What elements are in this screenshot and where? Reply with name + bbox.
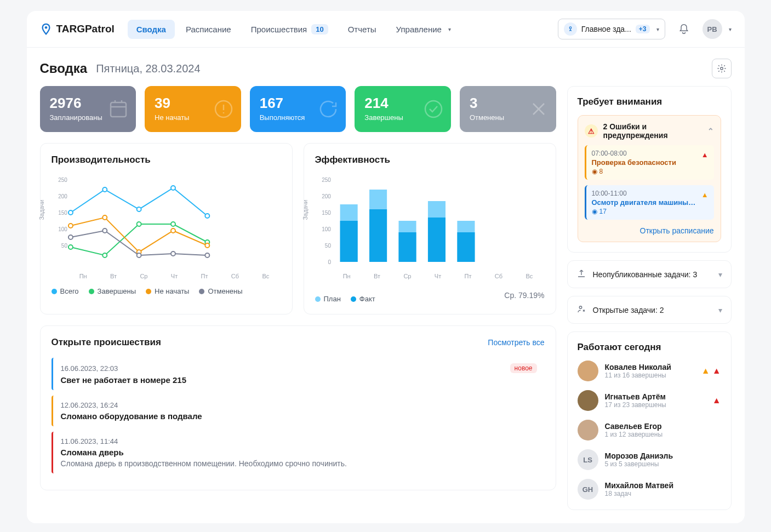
chevron-up-icon: ⌃ xyxy=(707,127,714,135)
warning-icon: ▲ xyxy=(701,151,709,159)
person-stat: 1 из 12 завершены xyxy=(605,431,715,438)
effectiveness-chart: 050100150200250 xyxy=(315,174,545,267)
y-axis-label: Задачи xyxy=(38,200,45,220)
notifications-button[interactable] xyxy=(674,19,694,39)
nav-incidents-badge: 10 xyxy=(311,24,328,35)
stat-card[interactable]: 214 Завершены xyxy=(355,86,451,132)
stat-icon xyxy=(317,98,339,120)
stat-card[interactable]: 39 Не начаты xyxy=(145,86,241,132)
performance-card: Производительность Задачи 50100150200250… xyxy=(40,143,293,314)
open-schedule-link[interactable]: Открыть расписание xyxy=(585,226,714,235)
incident-title: Свет не работает в номере 215 xyxy=(61,375,537,385)
stat-icon xyxy=(422,98,444,120)
attention-item-title: Проверка безопасности xyxy=(592,158,709,167)
svg-rect-3 xyxy=(111,102,126,117)
incident-time: 11.06.2023, 11:44 xyxy=(61,437,118,445)
svg-point-30 xyxy=(205,253,209,258)
logo-text: TARGPatrol xyxy=(56,23,115,35)
building-selector[interactable]: Главное зда... +3 ▾ xyxy=(558,19,665,39)
stat-card[interactable]: 3 Отменены xyxy=(460,86,556,132)
incident-title: Сломана дверь xyxy=(61,448,537,457)
pin-icon: ◉ xyxy=(592,208,597,215)
person-stat: 18 задач xyxy=(605,490,715,497)
attention-item[interactable]: 07:00-08:00 Проверка безопасности ◉ 8 ▲ xyxy=(585,145,714,180)
person-row[interactable]: LS Морозов Даниэль 5 из 5 завершены xyxy=(578,449,721,470)
effectiveness-card: Эффективность Задачи 050100150200250 ПнВ… xyxy=(304,143,556,314)
x-axis-labels: ПнВтСрЧтПтСбВс xyxy=(315,273,545,279)
stats-row: 2976 Запланированы 39 Не начаты 167 Выпо… xyxy=(40,86,556,132)
person-row[interactable]: Савельев Егор 1 из 12 завершены xyxy=(578,420,721,441)
chevron-down-icon: ▾ xyxy=(718,270,722,279)
svg-rect-40 xyxy=(369,209,387,262)
nav-schedule[interactable]: Расписание xyxy=(177,20,240,39)
incident-item[interactable]: 16.06.2023, 22:03новое Свет не работает … xyxy=(52,358,545,390)
y-axis-label: Задачи xyxy=(302,200,309,220)
nav-incidents[interactable]: Происшествия 10 xyxy=(242,20,337,39)
attention-item[interactable]: 10:00-11:00 Осмотр двигателя машины… ◉ 1… xyxy=(585,185,714,220)
unpublished-tasks-row[interactable]: Неопубликованные задачи: 3 ▾ xyxy=(567,260,732,288)
settings-button[interactable] xyxy=(712,59,732,78)
svg-text:50: 50 xyxy=(324,243,331,249)
svg-text:0: 0 xyxy=(328,259,331,265)
attention-group-header[interactable]: ⚠ 2 Ошибки и предупреждения ⌃ xyxy=(585,122,714,140)
avatar xyxy=(578,390,598,411)
person-row[interactable]: Ковалев Николай 11 из 16 завершены ▲▲ xyxy=(578,361,721,381)
stat-icon xyxy=(213,98,235,120)
nav-reports[interactable]: Отчеты xyxy=(339,20,385,39)
legend-cancelled: Отменены xyxy=(199,287,242,295)
performance-title: Производительность xyxy=(52,155,281,165)
person-stat: 5 из 5 завершены xyxy=(605,460,715,468)
working-today-title: Работают сегодня xyxy=(578,342,721,353)
nav: Сводка Расписание Происшествия 10 Отчеты… xyxy=(128,20,460,39)
svg-point-27 xyxy=(102,228,107,233)
new-badge: новое xyxy=(510,363,537,373)
svg-point-12 xyxy=(102,187,107,192)
svg-text:100: 100 xyxy=(58,226,67,232)
nav-management[interactable]: Управление ▾ xyxy=(387,20,460,39)
svg-point-19 xyxy=(170,222,175,226)
working-today-card: Работают сегодня Ковалев Николай 11 из 1… xyxy=(567,331,732,510)
user-menu[interactable]: PB ▾ xyxy=(703,19,732,39)
svg-rect-46 xyxy=(457,232,475,262)
page-header: Сводка Пятница, 28.03.2024 xyxy=(27,48,745,86)
open-tasks-label: Открытые задачи: 2 xyxy=(593,306,712,314)
performance-chart: 50100150200250 xyxy=(52,174,281,267)
nav-incidents-label: Происшествия xyxy=(251,25,307,34)
incident-item[interactable]: 12.06.2023, 16:24 Сломано оборудование в… xyxy=(52,396,545,426)
incident-time: 12.06.2023, 16:24 xyxy=(61,401,118,409)
open-tasks-row[interactable]: Открытые задачи: 2 ▾ xyxy=(567,296,732,324)
person-name: Ковалев Николай xyxy=(605,363,695,371)
chevron-down-icon: ▾ xyxy=(656,26,659,32)
attention-group-label: 2 Ошибки и предупреждения xyxy=(603,122,702,140)
svg-text:50: 50 xyxy=(61,243,67,249)
svg-point-29 xyxy=(170,251,175,256)
page-date: Пятница, 28.03.2024 xyxy=(96,62,200,75)
svg-text:200: 200 xyxy=(58,193,67,199)
effectiveness-title: Эффективность xyxy=(315,155,545,165)
svg-point-47 xyxy=(579,306,582,309)
logo[interactable]: TARGPatrol xyxy=(40,23,115,35)
stat-card[interactable]: 167 Выполняются xyxy=(250,86,346,132)
pin-icon: ◉ xyxy=(592,168,597,175)
stat-icon xyxy=(528,98,550,120)
chevron-down-icon: ▾ xyxy=(729,26,732,32)
svg-point-25 xyxy=(205,243,209,248)
upload-icon xyxy=(576,268,586,280)
svg-point-21 xyxy=(68,224,72,228)
attention-item-time: 07:00-08:00 xyxy=(592,150,709,157)
person-row[interactable]: Игнатьев Артём 17 из 23 завершены ▲ xyxy=(578,390,721,411)
stat-card[interactable]: 2976 Запланированы xyxy=(40,86,136,132)
svg-point-16 xyxy=(68,245,72,249)
svg-point-28 xyxy=(136,253,141,258)
svg-rect-44 xyxy=(427,218,445,262)
svg-point-0 xyxy=(44,26,47,29)
legend-notstarted: Не начаты xyxy=(146,287,189,295)
person-row[interactable]: GH Михайлов Матвей 18 задач xyxy=(578,479,721,500)
legend-done: Завершены xyxy=(89,287,136,295)
view-all-link[interactable]: Посмотреть все xyxy=(488,338,544,347)
header: TARGPatrol Сводка Расписание Происшестви… xyxy=(27,11,745,48)
nav-summary[interactable]: Сводка xyxy=(128,20,175,39)
building-label: Главное зда... xyxy=(581,25,631,33)
incident-item[interactable]: 11.06.2023, 11:44 Сломана дверь Сломана … xyxy=(52,432,545,473)
unpublished-label: Неопубликованные задачи: 3 xyxy=(593,270,712,279)
